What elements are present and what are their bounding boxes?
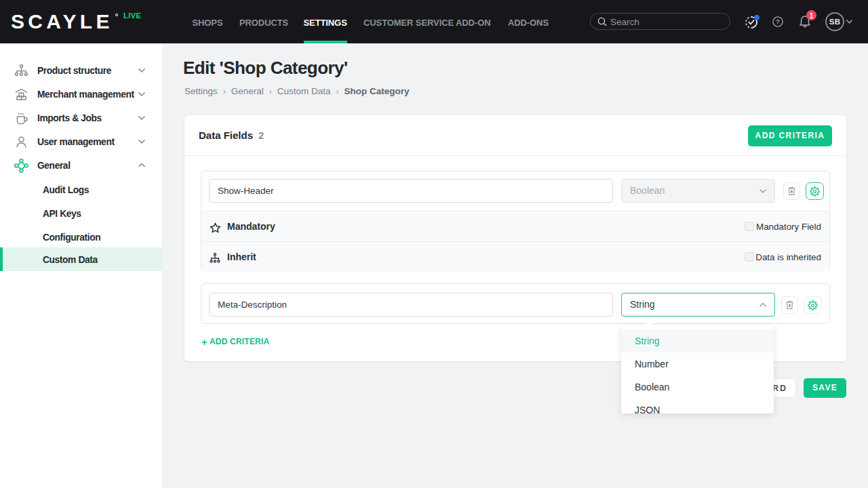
svg-text:?: ? xyxy=(776,18,780,25)
